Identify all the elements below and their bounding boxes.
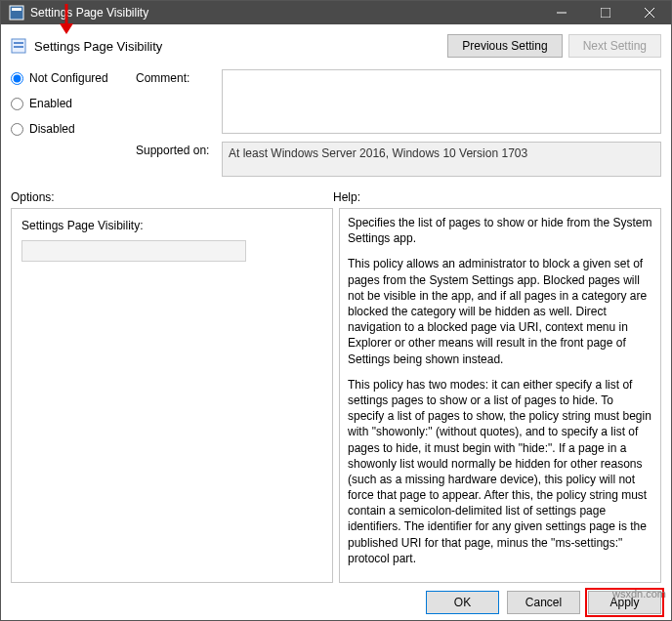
window-title: Settings Page Visibility [30,6,539,20]
titlebar: Settings Page Visibility [1,1,671,24]
options-label: Options: [11,190,333,204]
disabled-label: Disabled [29,122,75,136]
supported-on-text: At least Windows Server 2016, Windows 10… [229,146,527,160]
footer: OK Cancel Apply [11,583,661,614]
supported-on-box: At least Windows Server 2016, Windows 10… [222,142,661,177]
minimize-button[interactable] [539,1,583,24]
settings-page-visibility-input[interactable] [21,240,246,262]
header-row: Settings Page Visibility Previous Settin… [11,34,661,58]
enabled-radio-input[interactable] [11,98,23,110]
not-configured-label: Not Configured [29,71,108,85]
help-text-p2: This policy allows an administrator to b… [348,256,652,366]
policy-icon [11,38,26,54]
svg-rect-1 [12,8,21,11]
previous-setting-button[interactable]: Previous Setting [447,34,562,58]
next-setting-button[interactable]: Next Setting [568,34,661,58]
annotation-arrow-icon [57,2,76,35]
comment-label: Comment: [136,69,214,85]
options-field-label: Settings Page Visibility: [21,219,322,232]
enabled-label: Enabled [29,97,72,110]
watermark: wsxdn.com [612,588,666,600]
ok-button[interactable]: OK [426,591,499,614]
maximize-button[interactable] [583,1,627,24]
enabled-radio[interactable]: Enabled [11,97,128,110]
comment-textarea[interactable] [222,69,661,134]
close-button[interactable] [627,1,671,24]
window-frame: Settings Page Visibility Settings Page V… [0,0,672,621]
svg-rect-3 [601,8,610,18]
help-panel[interactable]: Specifies the list of pages to show or h… [339,208,661,583]
help-text-p3: This policy has two modes: it can either… [348,377,652,566]
svg-rect-8 [14,46,23,48]
not-configured-radio-input[interactable] [11,72,23,85]
options-panel: Settings Page Visibility: [11,208,333,583]
not-configured-radio[interactable]: Not Configured [11,71,128,85]
svg-rect-7 [14,42,23,44]
disabled-radio-input[interactable] [11,123,23,136]
disabled-radio[interactable]: Disabled [11,122,128,136]
cancel-button[interactable]: Cancel [507,591,580,614]
svg-marker-10 [60,23,73,34]
policy-title: Settings Page Visibility [34,39,447,54]
help-text-p1: Specifies the list of pages to show or h… [348,215,652,246]
supported-on-label: Supported on: [136,142,214,157]
help-label: Help: [333,190,360,204]
app-icon [9,5,24,21]
content-area: Settings Page Visibility Previous Settin… [1,24,671,620]
